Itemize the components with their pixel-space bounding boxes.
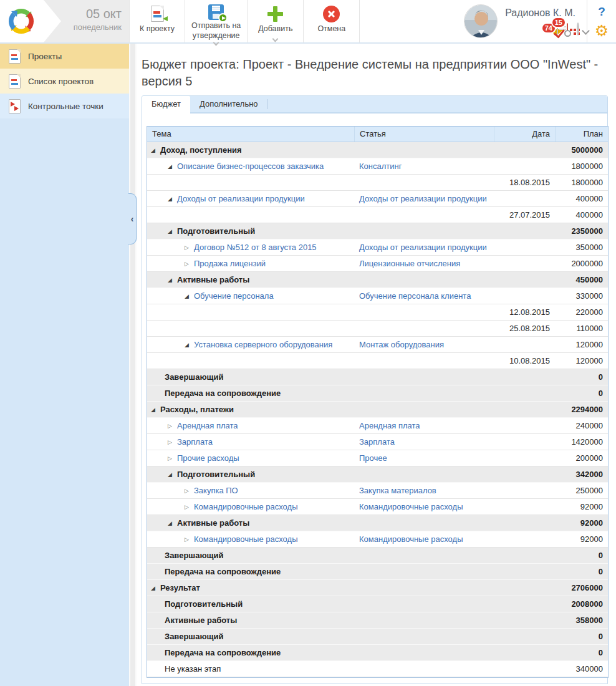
- tab-additional[interactable]: Дополнительно: [190, 96, 267, 112]
- user-menu-button[interactable]: [577, 24, 579, 35]
- column-header-plan[interactable]: План: [555, 127, 608, 142]
- collapse-tree-icon[interactable]: ◢: [185, 289, 194, 304]
- calendar-button[interactable]: [567, 24, 568, 35]
- table-row[interactable]: ▷Договор №512 от 8 августа 2015Доходы от…: [147, 239, 608, 256]
- collapse-tree-icon[interactable]: ◢: [168, 516, 177, 531]
- table-row[interactable]: 10.08.2015120000: [147, 353, 608, 369]
- collapse-tree-icon[interactable]: ◢: [151, 402, 160, 417]
- sidebar-collapse-handle[interactable]: ‹: [128, 193, 137, 244]
- table-row[interactable]: Передача на сопровождение0: [147, 385, 608, 402]
- theme-label[interactable]: Доходы от реализации продукции: [177, 194, 305, 203]
- theme-label[interactable]: Договор №512 от 8 августа 2015: [194, 243, 317, 252]
- table-row[interactable]: ◢Установка серверного оборудованияМонтаж…: [147, 337, 608, 353]
- table-row[interactable]: ◢Активные работы450000: [147, 272, 608, 288]
- column-header-date[interactable]: Дата: [494, 127, 555, 142]
- article-label[interactable]: Прочее: [359, 453, 387, 463]
- article-label[interactable]: Закупка материалов: [359, 486, 436, 495]
- sidebar-item-projects[interactable]: Проекты: [0, 44, 129, 69]
- dropdown-chevron-icon[interactable]: [272, 36, 279, 42]
- table-row[interactable]: Завершающий0: [147, 369, 608, 385]
- app-logo[interactable]: [5, 5, 37, 37]
- collapse-tree-icon[interactable]: ◢: [168, 224, 177, 239]
- collapse-tree-icon[interactable]: ◢: [185, 337, 194, 352]
- collapse-tree-icon[interactable]: ◢: [168, 467, 177, 482]
- table-row[interactable]: Подготовительный2008000: [147, 596, 608, 612]
- table-row[interactable]: ▷ЗарплатаЗарплата1420000: [147, 434, 608, 450]
- table-row[interactable]: 25.08.2015110000: [147, 321, 608, 337]
- expand-tree-icon[interactable]: ▷: [185, 483, 194, 498]
- theme-label[interactable]: Командировочные расходы: [194, 502, 298, 511]
- table-row[interactable]: 12.08.2015220000: [147, 304, 608, 321]
- theme-label[interactable]: Закупка ПО: [194, 486, 238, 495]
- table-row[interactable]: Активные работы358000: [147, 612, 608, 629]
- table-row[interactable]: ◢Расходы, платежи2294000: [147, 402, 608, 418]
- table-row[interactable]: ◢Результат2706000: [147, 580, 608, 596]
- help-icon[interactable]: ?: [598, 5, 605, 19]
- article-label[interactable]: Консалтинг: [359, 162, 402, 171]
- article-label[interactable]: Монтаж оборудования: [359, 340, 444, 349]
- expand-tree-icon[interactable]: ▷: [168, 435, 177, 450]
- sidebar-item-project-list[interactable]: Список проектов: [0, 69, 129, 94]
- article-label[interactable]: Зарплата: [359, 437, 395, 447]
- table-row[interactable]: ◢Доход, поступления5000000: [147, 142, 608, 158]
- table-row[interactable]: ◢Активные работы92000: [147, 515, 608, 531]
- column-header-article[interactable]: Статья: [354, 127, 494, 142]
- article-label[interactable]: Арендная плата: [359, 421, 420, 430]
- table-row[interactable]: Завершающий0: [147, 548, 608, 564]
- cancel-button[interactable]: Отмена: [304, 0, 360, 42]
- cell-article: Командировочные расходы: [354, 499, 494, 514]
- user-name[interactable]: Радионов К. М.: [505, 7, 579, 19]
- table-row[interactable]: ◢Доходы от реализации продукцииДоходы от…: [147, 191, 608, 207]
- theme-label[interactable]: Обучение персонала: [194, 291, 274, 301]
- column-header-theme[interactable]: Тема: [147, 127, 354, 142]
- table-row[interactable]: ▷Закупка ПОЗакупка материалов250000: [147, 483, 608, 499]
- table-row[interactable]: Не указан этап340000: [147, 661, 608, 677]
- theme-label[interactable]: Установка серверного оборудования: [194, 340, 332, 349]
- table-row[interactable]: Передача на сопровождение0: [147, 564, 608, 580]
- expand-tree-icon[interactable]: ▷: [168, 418, 177, 433]
- table-row[interactable]: 18.08.20151800000: [147, 175, 608, 191]
- theme-label[interactable]: Арендная плата: [177, 421, 238, 430]
- expand-tree-icon[interactable]: ▷: [185, 240, 194, 255]
- avatar[interactable]: [464, 4, 498, 38]
- table-row[interactable]: ◢Описание бизнес-процессов заказчикаКонс…: [147, 158, 608, 175]
- table-row[interactable]: ▷Арендная платаАрендная плата240000: [147, 418, 608, 434]
- gear-icon[interactable]: ⚙: [595, 22, 609, 39]
- article-label[interactable]: Командировочные расходы: [359, 502, 463, 511]
- tab-budget[interactable]: Бюджет: [142, 96, 190, 114]
- sidebar-item-milestones[interactable]: Контрольные точки: [0, 94, 129, 118]
- table-row[interactable]: ◢Подготовительный2350000: [147, 223, 608, 239]
- article-label[interactable]: Лицензионные отчисления: [359, 259, 460, 268]
- table-row[interactable]: ◢Обучение персоналаОбучение персонала кл…: [147, 288, 608, 304]
- article-label[interactable]: Доходы от реализации продукции: [359, 194, 487, 203]
- collapse-tree-icon[interactable]: ◢: [168, 191, 177, 206]
- send-approve-button[interactable]: Отправить на утверждение: [185, 0, 248, 42]
- table-row[interactable]: 27.07.2015400000: [147, 207, 608, 223]
- tasks-notifications-button[interactable]: 15: [557, 24, 558, 35]
- article-label[interactable]: Обучение персонала клиента: [359, 291, 471, 301]
- article-label[interactable]: Командировочные расходы: [359, 534, 463, 544]
- table-row[interactable]: ▷Прочие расходыПрочее200000: [147, 450, 608, 466]
- collapse-tree-icon[interactable]: ◢: [151, 143, 160, 158]
- article-label[interactable]: Доходы от реализации продукции: [359, 243, 487, 252]
- table-row[interactable]: ▷Продажа лицензийЛицензионные отчисления…: [147, 256, 608, 272]
- expand-tree-icon[interactable]: ▷: [168, 451, 177, 466]
- table-row[interactable]: Передача на сопровождение0: [147, 645, 608, 661]
- table-row[interactable]: ▷Командировочные расходыКомандировочные …: [147, 531, 608, 548]
- theme-label[interactable]: Командировочные расходы: [194, 534, 298, 544]
- add-button[interactable]: Добавить: [248, 0, 304, 42]
- collapse-tree-icon[interactable]: ◢: [168, 273, 177, 287]
- theme-label[interactable]: Описание бизнес-процессов заказчика: [177, 162, 324, 171]
- collapse-tree-icon[interactable]: ◢: [151, 581, 160, 596]
- table-row[interactable]: ◢Подготовительный342000: [147, 466, 608, 483]
- to-project-button[interactable]: К проекту: [129, 0, 185, 42]
- table-row[interactable]: Завершающий0: [147, 629, 608, 645]
- theme-label[interactable]: Прочие расходы: [177, 453, 239, 463]
- table-row[interactable]: ▷Командировочные расходыКомандировочные …: [147, 499, 608, 515]
- expand-tree-icon[interactable]: ▷: [185, 500, 194, 514]
- expand-tree-icon[interactable]: ▷: [185, 532, 194, 547]
- theme-label[interactable]: Зарплата: [177, 437, 213, 447]
- expand-tree-icon[interactable]: ▷: [185, 256, 194, 271]
- collapse-tree-icon[interactable]: ◢: [168, 159, 177, 174]
- theme-label[interactable]: Продажа лицензий: [194, 259, 266, 268]
